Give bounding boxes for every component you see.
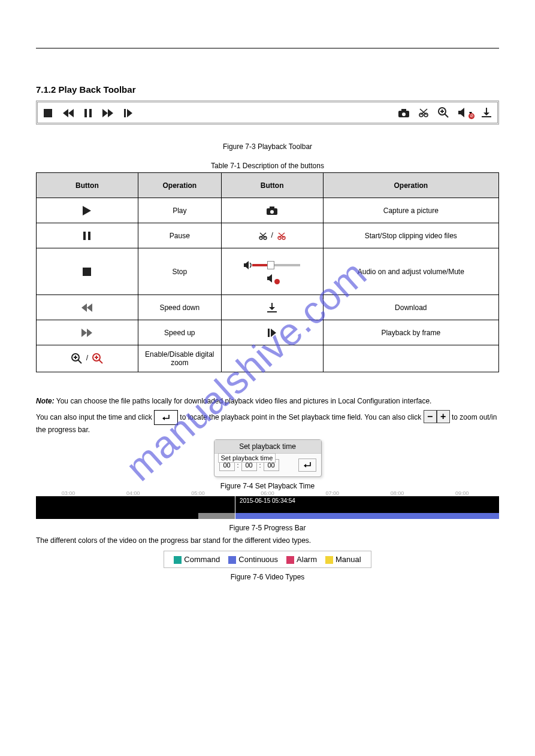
figure-7-6-caption: Figure 7-6 Video Types: [36, 573, 499, 581]
playback-toolbar: ⊘▾: [36, 101, 499, 125]
note-text: Note: You can choose the file paths loca…: [36, 396, 499, 406]
svg-marker-8: [127, 109, 132, 117]
svg-marker-1: [68, 109, 74, 117]
pause-label: Pause: [138, 223, 221, 248]
svg-rect-7: [124, 109, 126, 117]
svg-rect-38: [83, 268, 91, 276]
pause-icon[interactable]: [84, 108, 92, 117]
svg-marker-2: [63, 109, 68, 117]
figure-7-4-caption: Figure 7-4 Set Playback Time: [36, 482, 499, 490]
svg-marker-6: [108, 109, 113, 117]
svg-marker-41: [87, 303, 92, 312]
svg-marker-44: [269, 307, 275, 310]
svg-rect-3: [84, 109, 87, 117]
svg-marker-40: [267, 274, 272, 283]
svg-rect-10: [401, 109, 406, 111]
svg-line-17: [445, 114, 448, 117]
step-label: Playback by frame: [323, 320, 498, 345]
svg-rect-4: [89, 109, 92, 117]
legend-manual: Manual: [335, 555, 361, 564]
th-button-1: Button: [37, 173, 138, 198]
scissors-icon: [259, 231, 267, 239]
popup-title: Set playback time: [214, 440, 321, 454]
table-caption: Table 7-1 Description of the buttons: [36, 162, 499, 170]
legend-continuous: Continuous: [238, 555, 278, 564]
segment-gray: [198, 513, 235, 519]
progress-note: The different colors of the video on the…: [36, 536, 499, 546]
play-icon: [83, 206, 91, 214]
note-line-2: You can also input the time and click to…: [36, 410, 499, 435]
svg-line-55: [99, 360, 102, 363]
progress-timeline[interactable]: 2015-06-15 05:34:54 03:00 04:00 05:00 06…: [36, 496, 499, 519]
capture-label: Capture a picture: [323, 198, 498, 223]
zoom-in-icon[interactable]: [438, 107, 449, 118]
zoom-label: Enable/Disable digital zoom: [138, 345, 221, 372]
legend-alarm: Alarm: [297, 555, 317, 564]
scissors-icon[interactable]: [419, 108, 428, 118]
svg-marker-49: [271, 329, 276, 337]
download-icon: [267, 303, 277, 311]
svg-marker-39: [244, 261, 249, 269]
zoom-disable-icon: [92, 354, 103, 362]
segment-continuous: [235, 513, 499, 519]
slow-label: Speed down: [138, 295, 221, 320]
camera-icon[interactable]: [398, 108, 409, 117]
scissors-stop-icon: [277, 231, 286, 239]
svg-marker-22: [483, 113, 489, 116]
video-type-legend: Command Continuous Alarm Manual: [164, 551, 371, 568]
th-op-1: Operation: [138, 173, 221, 198]
set-playback-time-popup: Set playback time Set playback time 00 :…: [214, 439, 322, 477]
rewind-icon: [81, 303, 92, 311]
rewind-icon[interactable]: [63, 108, 74, 117]
stop-label: Stop: [138, 248, 221, 295]
camera-icon: [267, 206, 277, 214]
svg-rect-45: [267, 311, 277, 312]
svg-rect-26: [270, 207, 274, 209]
th-op-2: Operation: [323, 173, 498, 198]
fast-label: Speed up: [138, 320, 221, 345]
svg-marker-42: [81, 303, 87, 312]
svg-point-27: [270, 210, 274, 214]
popup-tooltip: Set playback time: [218, 453, 276, 463]
frame-step-icon: [268, 328, 276, 336]
svg-rect-0: [44, 109, 52, 117]
go-button[interactable]: [298, 459, 316, 472]
zoom-enable-icon: [71, 354, 82, 362]
enter-icon: [154, 410, 178, 425]
volume-slider: [244, 261, 300, 269]
svg-marker-20: [458, 108, 464, 117]
svg-rect-48: [268, 329, 270, 337]
svg-rect-28: [83, 232, 86, 240]
mute-icon[interactable]: ⊘▾: [458, 108, 472, 118]
th-button-2: Button: [221, 173, 323, 198]
stop-icon[interactable]: [44, 108, 52, 117]
clip-label: Start/Stop clipping video files: [323, 223, 498, 248]
svg-marker-24: [83, 206, 91, 215]
play-label: Play: [138, 198, 221, 223]
stop-icon: [83, 267, 91, 275]
svg-marker-5: [102, 109, 108, 117]
mute-icon: [267, 274, 277, 283]
svg-point-11: [402, 113, 406, 116]
controls-table: Button Operation Button Operation Play C…: [36, 172, 499, 372]
svg-rect-29: [88, 232, 90, 240]
figure-7-3-caption: Figure 7-3 Playback Toolbar: [36, 142, 499, 151]
header-divider: [36, 48, 499, 48]
download-label: Download: [323, 295, 498, 320]
svg-marker-58: [162, 417, 165, 420]
legend-command: Command: [184, 555, 220, 564]
plus-icon: +: [437, 410, 450, 423]
download-icon[interactable]: [482, 108, 491, 118]
frame-step-icon[interactable]: [124, 108, 132, 117]
svg-line-51: [78, 360, 81, 363]
fastforward-icon: [81, 328, 92, 336]
fastforward-icon[interactable]: [102, 108, 113, 117]
playhead: [235, 496, 235, 519]
minus-icon: −: [424, 410, 437, 423]
svg-rect-23: [482, 116, 491, 117]
figure-7-5-caption: Figure 7-5 Progress Bar: [36, 524, 499, 532]
svg-marker-59: [304, 464, 306, 467]
audio-label: Audio on and adjust volume/Mute: [323, 248, 498, 295]
svg-marker-46: [81, 329, 87, 337]
timeline-timestamp: 2015-06-15 05:34:54: [240, 497, 295, 504]
